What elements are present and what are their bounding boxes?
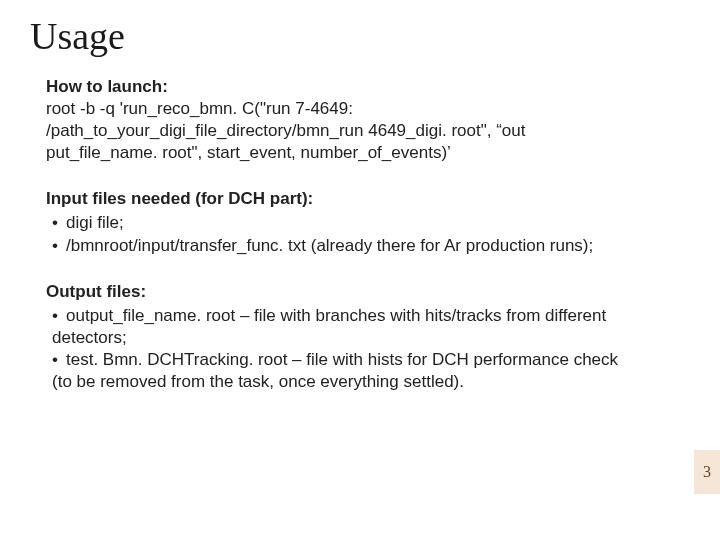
slide: Usage How to launch: root -b -q 'run_rec… (0, 0, 720, 540)
section-launch: How to launch: root -b -q 'run_reco_bmn.… (46, 76, 630, 164)
page-number: 3 (703, 463, 711, 481)
output-heading: Output files: (46, 282, 146, 301)
section-input: Input files needed (for DCH part): digi … (46, 188, 630, 256)
page-number-badge: 3 (694, 450, 720, 494)
input-list: digi file; /bmnroot/input/transfer_func.… (46, 212, 630, 256)
launch-heading: How to launch: (46, 77, 168, 96)
body-text: How to launch: root -b -q 'run_reco_bmn.… (30, 76, 690, 393)
launch-command: root -b -q 'run_reco_bmn. C("run 7-4649:… (46, 99, 526, 162)
list-item: /bmnroot/input/transfer_func. txt (alrea… (52, 235, 630, 257)
list-item: test. Bmn. DCHTracking. root – file with… (52, 349, 630, 393)
page-title: Usage (30, 14, 690, 58)
list-item: output_file_name. root – file with branc… (52, 305, 630, 349)
section-output: Output files: output_file_name. root – f… (46, 281, 630, 393)
list-item: digi file; (52, 212, 630, 234)
output-list: output_file_name. root – file with branc… (46, 305, 630, 393)
input-heading: Input files needed (for DCH part): (46, 189, 313, 208)
